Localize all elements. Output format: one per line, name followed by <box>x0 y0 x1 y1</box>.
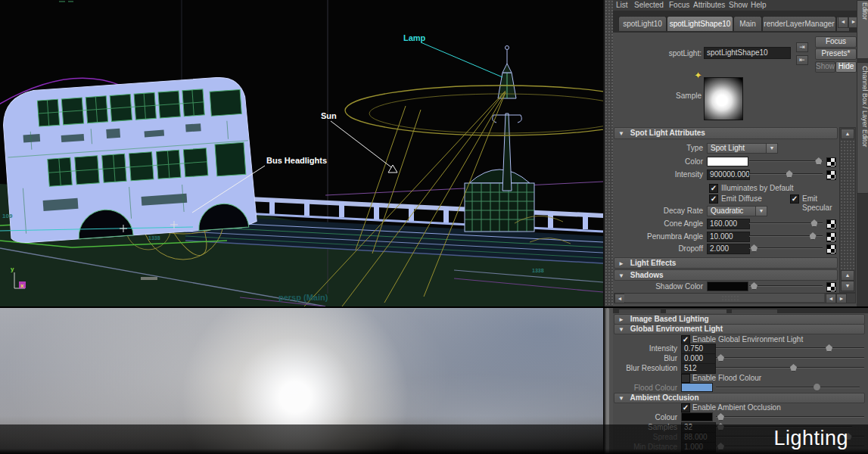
type-dropdown[interactable]: Spot Light <box>707 143 767 154</box>
section-image-based-lighting[interactable]: ► Image Based Lighting <box>614 314 865 325</box>
scroll-down-icon[interactable]: ▼ <box>841 281 854 291</box>
enable-flood-label: Enable Flood Colour <box>692 374 761 382</box>
bus-wireframe[interactable] <box>2 76 257 244</box>
bus-headlights-annotation[interactable]: Bus Headlights <box>266 156 327 165</box>
scroll-left-icon[interactable]: ◄ <box>826 294 836 303</box>
slider-thumb[interactable] <box>786 170 793 178</box>
slider-thumb[interactable] <box>814 384 820 391</box>
blur-field[interactable]: 0.000 <box>681 353 716 364</box>
type-dropdown-arrow-icon[interactable]: ▼ <box>766 143 778 154</box>
scroll-up-icon[interactable]: ▲ <box>841 270 854 281</box>
enable-ao-checkbox[interactable]: ✓ <box>681 403 690 412</box>
menu-list[interactable]: List <box>616 0 628 10</box>
vertical-scrollbar[interactable]: ▲ ▲ ▼ <box>839 127 856 293</box>
illuminates-checkbox[interactable]: ✓ <box>709 184 718 193</box>
flood-colour-swatch[interactable] <box>681 383 713 392</box>
tab-spotlightshape10[interactable]: spotLightShape10 <box>667 16 733 31</box>
intensity-slider[interactable] <box>749 169 823 178</box>
decay-rate-label: Decay Rate <box>614 206 703 216</box>
penumbra-texture-icon[interactable] <box>826 232 836 242</box>
side-tab-attribute-editor[interactable]: Attribute Editor <box>857 0 868 59</box>
gel-enable-row: ✓ Enable Global Environment Light <box>614 335 866 344</box>
cone-angle-slider[interactable] <box>749 219 823 227</box>
slider-thumb[interactable] <box>810 232 817 240</box>
ao-colour-swatch[interactable] <box>681 412 713 421</box>
presets-button[interactable]: Presets* <box>815 48 857 60</box>
dropoff-field[interactable]: 2.000 <box>707 244 750 254</box>
copy-tab-icon[interactable]: ⇤ <box>796 55 808 65</box>
scroll-up-icon[interactable]: ▲ <box>841 129 854 139</box>
penumbra-field[interactable]: 10.000 <box>707 232 750 242</box>
slider-thumb[interactable] <box>751 282 758 290</box>
slider-thumb[interactable] <box>790 364 797 372</box>
env-intensity-field[interactable]: 0.750 <box>681 344 716 354</box>
section-global-environment-light[interactable]: ▼ Global Environment Light <box>614 324 865 334</box>
shadow-color-texture-icon[interactable] <box>826 282 836 292</box>
intensity-texture-icon[interactable] <box>826 170 836 180</box>
slider-thumb[interactable] <box>717 354 724 362</box>
menu-selected[interactable]: Selected <box>634 0 664 10</box>
focus-button[interactable]: Focus <box>815 36 857 48</box>
tab-main[interactable]: Main <box>733 16 762 31</box>
cone-angle-field[interactable]: 160.000 <box>707 219 750 229</box>
cone-angle-row: Cone Angle 160.000 <box>614 219 838 229</box>
color-swatch[interactable] <box>707 157 748 166</box>
blur-slider[interactable] <box>716 353 864 362</box>
color-texture-icon[interactable] <box>826 157 836 167</box>
slider-thumb[interactable] <box>717 413 724 421</box>
shadow-color-slider[interactable] <box>749 281 823 290</box>
env-intensity-slider[interactable] <box>716 344 864 352</box>
tab-renderlayermanager[interactable]: renderLayerManager <box>762 16 836 31</box>
panel-drag-handle[interactable] <box>605 0 613 306</box>
intensity-row: Intensity 900000.000 <box>614 169 838 180</box>
intensity-field[interactable]: 900000.000 <box>707 169 750 180</box>
perspective-viewport[interactable]: Lamp Sun Bus Headlights 109 1338 1338 pe… <box>0 0 603 306</box>
section-title: Global Environment Light <box>630 325 723 333</box>
dropoff-slider[interactable] <box>749 244 823 252</box>
slider-thumb[interactable] <box>815 157 822 165</box>
dropoff-texture-icon[interactable] <box>826 244 836 254</box>
load-attributes-icon[interactable]: ⇥ <box>796 42 808 52</box>
emit-diffuse-checkbox[interactable]: ✓ <box>709 194 718 204</box>
sun-annotation[interactable]: Sun <box>321 111 337 120</box>
tab-scroll-prev-icon[interactable]: ◄ <box>838 17 848 28</box>
emit-specular-checkbox[interactable]: ✓ <box>790 194 799 204</box>
menu-focus[interactable]: Focus <box>669 0 689 10</box>
decay-dropdown-arrow-icon[interactable]: ▼ <box>755 206 767 216</box>
cone-angle-texture-icon[interactable] <box>826 219 836 229</box>
menu-help[interactable]: Help <box>751 0 767 10</box>
type-label: Type <box>614 143 703 153</box>
blur-resolution-slider[interactable] <box>716 363 864 372</box>
penumbra-slider[interactable] <box>749 232 823 240</box>
slider-thumb[interactable] <box>751 244 758 252</box>
enable-flood-checkbox[interactable]: ✓ <box>681 374 690 383</box>
tab-spotlight10[interactable]: spotLight10 <box>618 16 667 31</box>
section-light-effects[interactable]: ► Light Effects <box>614 257 838 269</box>
side-tab-channel-box[interactable]: Channel Box / Layer Editor <box>857 62 868 194</box>
shadow-color-swatch[interactable] <box>707 281 748 291</box>
slider-thumb[interactable] <box>810 219 817 227</box>
menu-attributes[interactable]: Attributes <box>693 0 725 10</box>
show-button[interactable]: Show <box>815 61 835 73</box>
color-label: Color <box>614 157 703 166</box>
color-slider[interactable] <box>749 157 823 165</box>
cone-angle-label: Cone Angle <box>614 219 703 229</box>
node-name-field[interactable]: spotLightShape10 <box>704 47 791 59</box>
section-spot-light-attributes[interactable]: ▼ Spot Light Attributes <box>614 127 838 139</box>
hide-button[interactable]: Hide <box>835 61 857 73</box>
slider-thumb[interactable] <box>826 344 832 352</box>
horizontal-scrollbar[interactable]: ◄ ◄ ► <box>614 293 856 303</box>
blur-resolution-field[interactable]: 512 <box>681 363 716 374</box>
section-shadows[interactable]: ▼ Shadows <box>614 269 838 281</box>
section-ambient-occlusion[interactable]: ▼ Ambient Occlusion <box>614 393 865 403</box>
lamp-annotation[interactable]: Lamp <box>403 33 426 42</box>
scrollbar-thumb[interactable] <box>624 294 824 302</box>
ao-enable-row: ✓ Enable Ambient Occlusion <box>614 403 866 412</box>
scroll-right-icon[interactable]: ► <box>836 294 847 303</box>
decay-rate-dropdown[interactable]: Quadratic <box>707 206 757 216</box>
flood-colour-slider[interactable] <box>716 383 860 391</box>
lamp-post[interactable] <box>465 46 534 232</box>
scroll-left-icon[interactable]: ◄ <box>614 294 625 303</box>
ao-colour-slider[interactable] <box>716 412 864 421</box>
menu-show[interactable]: Show <box>729 0 748 10</box>
